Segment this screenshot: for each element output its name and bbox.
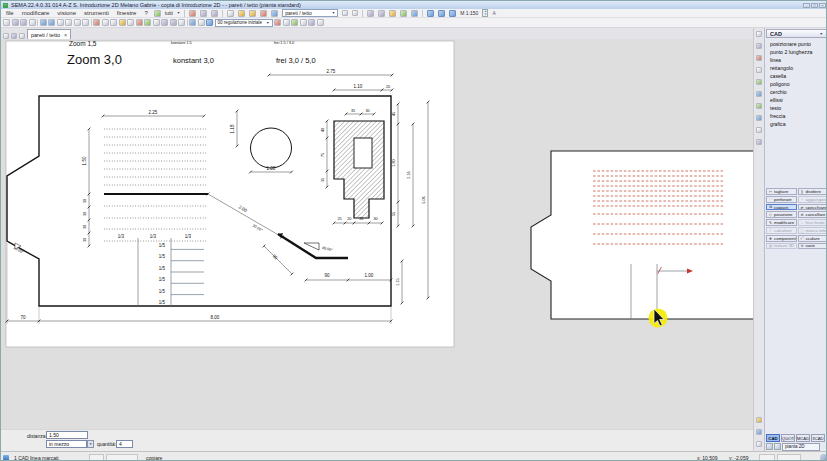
menu-finestre[interactable]: finestre xyxy=(115,10,139,16)
erase-style-icon[interactable] xyxy=(300,19,307,26)
camera-icon[interactable] xyxy=(756,127,762,133)
action-componenti[interactable]: ❖componenti xyxy=(766,235,797,242)
zoom-extents-icon[interactable] xyxy=(48,19,55,26)
section-icon[interactable] xyxy=(756,115,762,121)
menu-visione[interactable]: visione xyxy=(55,10,78,16)
redline-icon[interactable] xyxy=(756,55,762,61)
options-icon[interactable] xyxy=(308,19,315,26)
open-icon[interactable] xyxy=(3,19,10,26)
zoom-in-icon[interactable] xyxy=(65,19,72,26)
action-perforare[interactable]: ◌perforare xyxy=(766,196,797,203)
grid-icon[interactable] xyxy=(227,10,234,17)
view-3d-icon[interactable] xyxy=(756,91,762,97)
distance-input[interactable]: 1.50 xyxy=(46,431,88,439)
freehand-tool-icon[interactable] xyxy=(136,19,143,26)
prev-layer-icon[interactable] xyxy=(342,10,348,16)
floor-plan-right[interactable] xyxy=(531,151,753,319)
next-layer-icon[interactable] xyxy=(352,10,358,16)
tool-casella[interactable]: casella xyxy=(765,72,827,80)
pan-icon[interactable] xyxy=(82,19,89,26)
help-grip-icon[interactable] xyxy=(820,454,827,461)
toggle-snap-icon[interactable] xyxy=(438,10,445,17)
polyline-tool-icon[interactable] xyxy=(153,19,160,26)
back-icon[interactable] xyxy=(29,19,36,26)
chevron-down-icon[interactable]: ▼ xyxy=(177,11,180,15)
plus-view-icon[interactable] xyxy=(756,103,762,109)
scale-spinner[interactable]: ▲▼ xyxy=(482,9,488,17)
close-button[interactable]: × xyxy=(819,3,826,8)
action-tagliare[interactable]: ✂tagliare xyxy=(766,188,797,195)
action-scalare[interactable]: ⤢scalare xyxy=(798,235,827,242)
toggle-ortho-icon[interactable] xyxy=(427,10,434,17)
fraction-icon[interactable] xyxy=(283,19,290,26)
marker-icon[interactable] xyxy=(260,10,267,17)
action-copiare[interactable]: ⧉copiare xyxy=(766,204,797,211)
zoom-window-icon[interactable] xyxy=(40,19,47,26)
hatch-tool-icon[interactable] xyxy=(144,19,151,26)
zoom-all-icon[interactable] xyxy=(756,43,762,49)
tab-pareti-tetto[interactable]: pareti / tetto × xyxy=(27,29,71,39)
paste-icon[interactable] xyxy=(378,10,385,17)
tool-grafica[interactable]: grafica xyxy=(765,120,827,128)
quantity-input[interactable]: 4 xyxy=(116,440,133,448)
copy-icon[interactable] xyxy=(367,10,374,17)
style-icon[interactable] xyxy=(274,19,281,26)
pencil-icon[interactable] xyxy=(238,10,245,17)
info-icon[interactable] xyxy=(317,19,324,26)
sheet-icon[interactable] xyxy=(12,19,19,26)
chevron-down-icon[interactable]: ▼ xyxy=(87,440,94,448)
close-tab-icon[interactable]: × xyxy=(64,32,67,38)
action-varie[interactable]: ≋varie xyxy=(798,243,827,250)
action-posizione[interactable]: ◇posizione xyxy=(766,211,797,218)
tool-poligono[interactable]: poligono xyxy=(765,80,827,88)
elevation-view-icon[interactable] xyxy=(774,443,781,450)
action-dividere[interactable]: ∥dividere xyxy=(798,188,827,195)
mode-mcad-button[interactable]: MCAD xyxy=(796,434,810,442)
tool-posizionare-punto[interactable]: posizionare punto xyxy=(765,40,827,48)
swap-icon[interactable] xyxy=(178,19,185,26)
pan-view-icon[interactable] xyxy=(756,31,762,37)
redo-icon[interactable] xyxy=(211,10,218,17)
point-tool-icon[interactable] xyxy=(93,19,100,26)
tool-linea[interactable]: linea xyxy=(765,56,827,64)
mode-3cad-button[interactable]: 3CAD xyxy=(811,434,825,442)
action-modificare[interactable]: ✎modificare xyxy=(766,219,797,226)
tool-cerchio[interactable]: cerchio xyxy=(765,88,827,96)
help-view-icon[interactable] xyxy=(756,441,762,447)
circle-tool-icon[interactable] xyxy=(119,19,126,26)
tool-ellissi[interactable]: ellissi xyxy=(765,96,827,104)
maximize-button[interactable]: □ xyxy=(811,3,818,8)
tool-freccia[interactable]: freccia xyxy=(765,112,827,120)
layers-view-icon[interactable] xyxy=(756,67,762,73)
arc-tool-icon[interactable] xyxy=(110,19,117,26)
measure-view-icon[interactable] xyxy=(756,139,762,145)
delete-icon[interactable] xyxy=(189,10,196,17)
minimize-button[interactable]: – xyxy=(803,3,810,8)
layer-icon[interactable] xyxy=(249,10,256,17)
print-icon[interactable] xyxy=(756,429,762,435)
text-style-icon[interactable] xyxy=(198,19,205,26)
mode-cad-button[interactable]: CAD xyxy=(766,434,780,442)
menu-modificare[interactable]: modificare xyxy=(20,10,52,16)
menu-strumenti[interactable]: strumenti xyxy=(82,10,111,16)
title-bar[interactable]: SEMA 22.4.0.31 014 A-Z S. Introduzione 2… xyxy=(1,1,827,9)
toggle-grid-icon[interactable] xyxy=(449,10,456,17)
undo-icon[interactable] xyxy=(200,10,207,17)
save-view-icon[interactable] xyxy=(271,10,278,17)
filter-icon[interactable] xyxy=(154,10,161,17)
placement-mode-select[interactable]: in mezzo xyxy=(46,440,87,448)
line-tool-icon[interactable] xyxy=(102,19,109,26)
drawing-canvas[interactable]: Zoom 1,5 Zoom 3,0 konstant 1.5 konstant … xyxy=(1,39,753,429)
current-view-label[interactable]: pianta 2D xyxy=(782,443,820,451)
dimension-icon[interactable] xyxy=(400,10,407,17)
plan-view-icon[interactable] xyxy=(766,443,773,450)
settings-grid-icon[interactable] xyxy=(206,19,213,26)
tool-punto-2-lunghezza[interactable]: punto 2 lunghezza xyxy=(765,48,827,56)
raster-icon[interactable] xyxy=(161,19,168,26)
font-size-icon[interactable] xyxy=(57,19,64,26)
font-tool-icon[interactable]: A xyxy=(492,10,495,16)
table-icon[interactable] xyxy=(189,19,196,26)
preset-select[interactable]: 00 regolazione iniziale ▼ xyxy=(215,19,273,27)
measure-icon[interactable] xyxy=(389,10,396,17)
layer-select[interactable]: pareti / tetto ▼ xyxy=(282,9,338,17)
